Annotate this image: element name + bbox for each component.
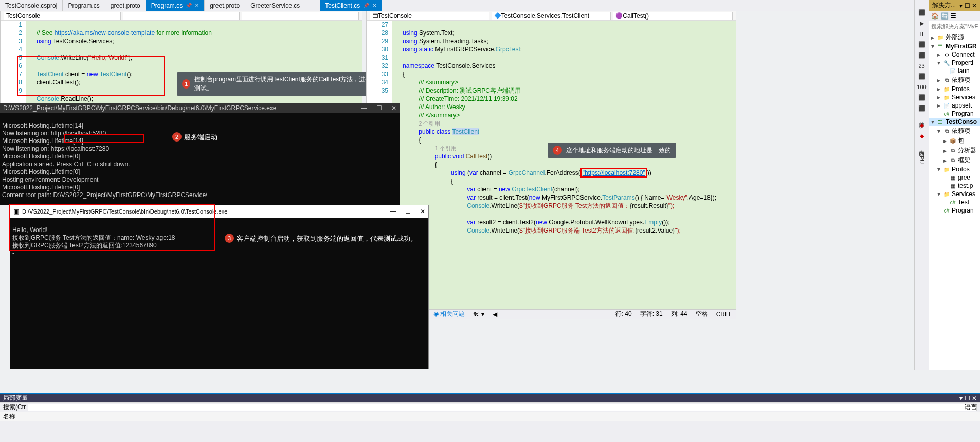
context-bar-right: 🗔 TestConsole 🔷 TestConsole.Services.Tes…: [367, 11, 736, 21]
tree-node[interactable]: ▸📁外部源: [929, 32, 980, 42]
solution-tree[interactable]: ▸📁外部源▾🗔MyFirstGR▸⚙Connect▾🔧Properti📄laun…: [929, 31, 980, 370]
close-icon[interactable]: ✕: [195, 3, 199, 8]
scope-combo[interactable]: [123, 12, 240, 20]
tab-testclient-cs[interactable]: TestClient.cs📌✕: [320, 0, 382, 11]
callout-number-4: 4: [553, 146, 562, 155]
pause-icon[interactable]: ⏸: [919, 31, 924, 37]
minimize-icon[interactable]: —: [361, 104, 367, 112]
maximize-icon[interactable]: ☐: [376, 104, 382, 112]
tree-node[interactable]: ▦gree: [929, 173, 980, 182]
refresh-icon[interactable]: 🔄: [941, 12, 949, 20]
maximize-icon[interactable]: ☐: [405, 208, 411, 216]
line-gutter: 123456789: [1, 21, 26, 103]
home-icon[interactable]: 🏠: [931, 12, 939, 20]
metric-100: 100: [917, 84, 926, 90]
tab-program-cs-1[interactable]: Program.cs: [63, 0, 105, 11]
solution-search-input[interactable]: [929, 21, 980, 31]
tree-node[interactable]: ▾📁Services: [929, 190, 980, 198]
metric-23: 23: [918, 63, 924, 69]
project-combo[interactable]: TestConsole: [4, 12, 121, 20]
tab-greeterservice-cs[interactable]: GreeterService.cs: [245, 0, 305, 11]
annotation-box-2: [64, 134, 144, 143]
tab-testconsole-csproj[interactable]: TestConsole.csproj: [0, 0, 63, 11]
console-service: D:\VS2022_Project\MyFirstGRPC\MyFirstGRP…: [0, 103, 400, 205]
col-indicator: 列: 44: [671, 310, 687, 319]
minimize-icon[interactable]: —: [390, 208, 396, 216]
project-combo[interactable]: 🗔 TestConsole: [370, 12, 489, 20]
issues-link[interactable]: ◉ 相关问题: [433, 310, 465, 319]
callout-text-2: 服务端启动: [184, 133, 217, 142]
tool-icon[interactable]: ⬛: [918, 52, 925, 59]
col-name[interactable]: 名称: [3, 412, 15, 421]
col-language[interactable]: 语言: [965, 403, 977, 412]
solution-explorer-title[interactable]: 解决方...▾ ☐ ✕: [929, 0, 980, 11]
tree-node[interactable]: ▸📁Services: [929, 93, 980, 101]
editor-statusbar: ◉ 相关问题 🛠 ▾ ◀ 行: 40 字符: 31 列: 44 空格 CRLF: [429, 309, 736, 319]
callout-4: 4 这个地址和服务端启动的地址是一致的: [548, 143, 676, 158]
console-body-1[interactable]: Microsoft.Hosting.Lifetime[14] Now liste…: [0, 113, 400, 208]
filter-icon[interactable]: ☰: [951, 12, 956, 20]
solution-explorer-toolbar: 🏠 🔄 ☰: [929, 11, 980, 21]
tree-node[interactable]: c#Progran: [929, 110, 980, 118]
tree-node[interactable]: ▦test.p: [929, 182, 980, 190]
tool-icon[interactable]: ⬛: [918, 94, 925, 101]
play-icon[interactable]: ▶: [920, 20, 924, 27]
tool-icon[interactable]: ⬛: [918, 105, 925, 112]
tree-node[interactable]: ▸📁Protos: [929, 85, 980, 93]
tool-icon[interactable]: ⬛: [918, 73, 925, 80]
callout-number-1: 1: [182, 79, 190, 89]
tab-greet-proto-1[interactable]: greet.proto: [105, 0, 146, 11]
tree-node[interactable]: ▾🗔TestConso: [929, 118, 980, 126]
annotation-box-3: [9, 204, 215, 251]
console-title-1: D:\VS2022_Project\MyFirstGRPC\MyFirstGRP…: [0, 103, 400, 113]
tree-node[interactable]: ▾⧉依赖项: [929, 126, 980, 136]
cpu-label[interactable]: CPU: [919, 152, 925, 164]
close-icon[interactable]: ✕: [372, 3, 376, 8]
record-icon[interactable]: ⬛: [918, 9, 925, 16]
tool-icon[interactable]: 🛠 ▾: [473, 311, 484, 318]
eol-indicator[interactable]: CRLF: [716, 311, 732, 318]
pin-icon[interactable]: 📌: [186, 3, 192, 8]
pin-icon[interactable]: 📌: [363, 3, 369, 8]
char-indicator: 字符: 31: [640, 310, 663, 319]
tree-node[interactable]: ▸📦包: [929, 136, 980, 146]
tool-icon[interactable]: ⬛: [918, 41, 925, 48]
diagnostic-strip: 诊 ⬛ ▶ ⏸ ⬛ ⬛ 23 ⬛ 100 ⬛ ⬛ 事件 ◆ ◆ 内存 CPU: [914, 0, 929, 370]
tab-greet-proto-2[interactable]: greet.proto: [205, 0, 245, 11]
tree-node[interactable]: ▾📁Protos: [929, 165, 980, 173]
callout-text-4: 这个地址和服务端启动的地址是一致的: [566, 146, 671, 155]
document-tab-well: TestConsole.csproj Program.cs greet.prot…: [0, 0, 980, 11]
tree-node[interactable]: ▸⧉依赖项: [929, 75, 980, 85]
close-icon[interactable]: ✕: [391, 104, 396, 112]
tab-program-cs-active[interactable]: Program.cs📌✕: [146, 0, 205, 11]
callout-text-3: 客户端控制台启动，获取到服务端的返回值，代表测试成功。: [237, 234, 417, 243]
member-combo[interactable]: 🟣 CallTest(): [613, 12, 733, 20]
member-combo[interactable]: [242, 12, 359, 20]
scope-combo[interactable]: 🔷 TestConsole.Services.TestClient: [492, 12, 611, 20]
callout-1: 1 控制台program里面进行调用TestClient服务的CallTest方…: [177, 72, 377, 96]
tree-node[interactable]: ▸⧉框架: [929, 155, 980, 165]
marker-icon: ◆: [920, 133, 924, 139]
context-bar-left: TestConsole: [1, 11, 362, 21]
solution-search[interactable]: [929, 21, 980, 31]
line-indicator: 行: 40: [615, 310, 632, 319]
tree-node[interactable]: ▸⚙Connect: [929, 50, 980, 59]
search-label: 搜索(Ctr: [3, 403, 26, 412]
tree-node[interactable]: c#Progran: [929, 206, 980, 215]
bottom-right-panel: ▾ ☐ ✕ 语言: [749, 394, 980, 442]
callout-text-1: 控制台program里面进行调用TestClient服务的CallTest方法，…: [194, 75, 372, 93]
solution-explorer: 解决方...▾ ☐ ✕ 🏠 🔄 ☰ ▸📁外部源▾🗔MyFirstGR▸⚙Conn…: [929, 0, 980, 370]
bottom-dock: 局部变量▾ ✕ 搜索(Ctr 名称 ▾ ☐ ✕ 语言: [0, 393, 980, 442]
tree-node[interactable]: 📄laun: [929, 67, 980, 75]
indent-indicator[interactable]: 空格: [696, 310, 708, 319]
tree-node[interactable]: c#Test: [929, 198, 980, 206]
code-body-right[interactable]: using System.Text; using System.Threadin…: [392, 21, 736, 316]
tree-node[interactable]: ▾🔧Properti: [929, 59, 980, 67]
tree-node[interactable]: ▸📄appsett: [929, 101, 980, 110]
tree-node[interactable]: ▸⧉分析器: [929, 146, 980, 155]
close-icon[interactable]: ✕: [420, 208, 425, 216]
tree-node[interactable]: ▾🗔MyFirstGR: [929, 42, 980, 50]
scroll-left-icon[interactable]: ◀: [493, 311, 497, 318]
callout-number-2: 2: [172, 132, 182, 142]
callout-number-3: 3: [225, 234, 234, 243]
